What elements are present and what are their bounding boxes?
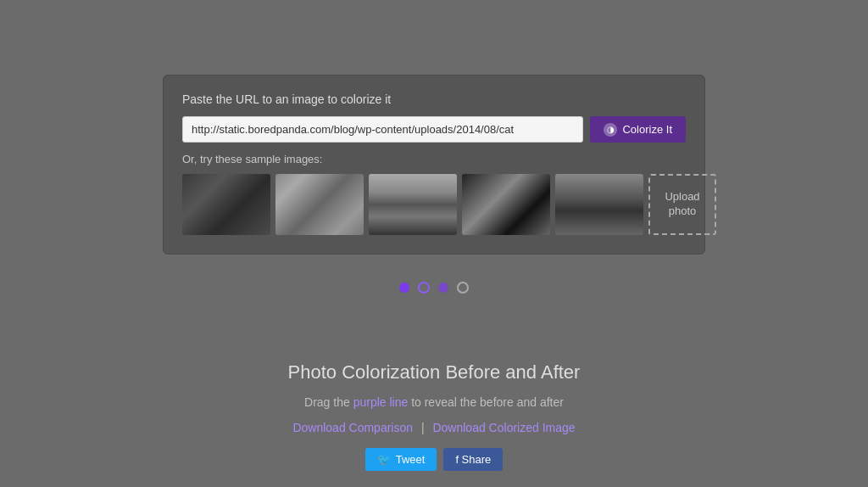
dot-1 <box>399 283 409 293</box>
upload-photo-button[interactable]: Upload photo <box>648 174 716 235</box>
dots-row <box>399 282 469 294</box>
separator: | <box>421 421 425 434</box>
facebook-share-button[interactable]: f Share <box>443 448 503 471</box>
drag-label: Drag the purple line to reveal the befor… <box>288 395 581 409</box>
upload-photo-label: Upload photo <box>650 190 715 219</box>
colorize-icon: ◑ <box>604 123 617 137</box>
twitter-icon: 🐦 <box>377 453 391 466</box>
download-comparison-link[interactable]: Download Comparison <box>292 421 413 434</box>
download-links: Download Comparison | Download Colorized… <box>288 421 581 434</box>
thumbnails-row: Upload photo <box>182 174 686 235</box>
social-row: 🐦 Tweet f Share <box>288 448 581 471</box>
drag-label-highlight: purple line <box>353 395 409 409</box>
url-input[interactable] <box>182 116 583 143</box>
card-title: Paste the URL to an image to colorize it <box>182 92 686 106</box>
sample-label: Or, try these sample images: <box>182 153 686 165</box>
colorize-card: Paste the URL to an image to colorize it… <box>163 75 705 255</box>
drag-label-prefix: Drag the <box>304 395 353 409</box>
tweet-button[interactable]: 🐦 Tweet <box>365 448 437 471</box>
download-colorized-link[interactable]: Download Colorized Image <box>432 421 575 434</box>
colorize-label: Colorize It <box>622 123 672 136</box>
sample-thumb-3[interactable] <box>369 174 457 235</box>
sample-thumb-5[interactable] <box>555 174 643 235</box>
sample-thumb-2[interactable] <box>275 174 364 235</box>
url-row: ◑ Colorize It <box>182 116 686 143</box>
dot-2 <box>418 282 430 294</box>
dot-4 <box>457 282 469 294</box>
bottom-section: Photo Colorization Before and After Drag… <box>288 361 581 471</box>
before-after-title: Photo Colorization Before and After <box>288 361 581 383</box>
sample-thumb-4[interactable] <box>462 174 550 235</box>
facebook-share-label: f Share <box>455 453 491 466</box>
sample-thumb-1[interactable] <box>182 174 270 235</box>
drag-label-suffix: to reveal the before and after <box>408 395 564 409</box>
tweet-label: Tweet <box>396 453 426 466</box>
dot-3 <box>438 283 448 293</box>
colorize-button[interactable]: ◑ Colorize It <box>590 116 686 143</box>
